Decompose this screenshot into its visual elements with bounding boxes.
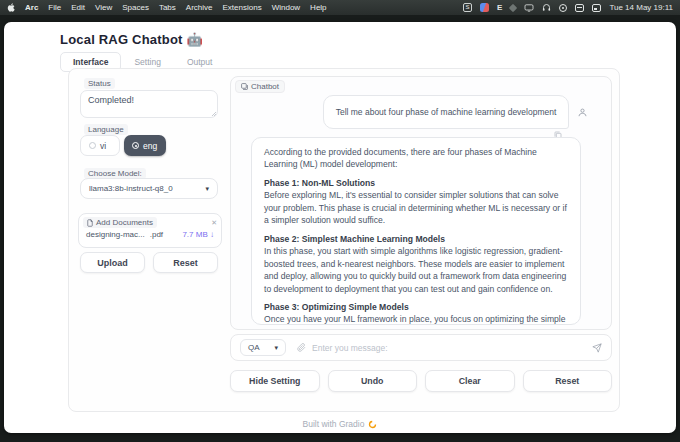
menu-item-view[interactable]: View <box>95 3 112 12</box>
chevron-down-icon: ▾ <box>274 344 278 352</box>
desktop-screen: Arc File Edit View Spaces Tabs Archive E… <box>0 0 680 442</box>
user-message-text: Tell me about four phase of machine lear… <box>336 107 557 117</box>
undo-button[interactable]: Undo <box>328 370 418 392</box>
menu-item-archive[interactable]: Archive <box>186 3 213 12</box>
bot-heading-3: Phase 3: Optimizing Simple Models <box>264 301 568 313</box>
menu-item-tabs[interactable]: Tabs <box>159 3 176 12</box>
radio-selected-icon <box>132 142 139 149</box>
message-input[interactable] <box>312 343 592 353</box>
apple-logo-icon[interactable] <box>7 3 15 12</box>
status-textbox[interactable]: Completed! <box>80 90 218 118</box>
uploaded-file-row: designing-mac... .pdf 7.7 MB ↓ <box>79 229 221 239</box>
headphones-icon[interactable] <box>542 3 551 12</box>
paperclip-icon[interactable] <box>297 343 306 352</box>
resize-handle[interactable] <box>211 111 216 116</box>
e-icon[interactable]: E <box>497 3 502 12</box>
mode-dropdown-value: QA <box>248 343 260 352</box>
language-option-eng-label: eng <box>143 141 157 151</box>
record-icon[interactable] <box>559 4 567 12</box>
clear-button[interactable]: Clear <box>425 370 515 392</box>
chat-action-buttons: Hide Setting Undo Clear Reset <box>230 370 612 392</box>
menu-bar-left: Arc File Edit View Spaces Tabs Archive E… <box>7 3 327 12</box>
model-dropdown[interactable]: llama3:8b-instruct-q8_0 ▾ <box>80 178 218 199</box>
add-documents-label: Add Documents <box>83 217 157 228</box>
file-icon <box>87 219 93 227</box>
bot-intro: According to the provided documents, the… <box>264 146 568 171</box>
browser-page: Local RAG Chatbot 🤖 Interface Setting Ou… <box>4 22 676 433</box>
menu-item-arc[interactable]: Arc <box>25 3 38 12</box>
page-title: Local RAG Chatbot 🤖 <box>60 32 203 47</box>
s-badge-icon[interactable]: S <box>463 3 472 12</box>
message-input-bar: QA ▾ <box>230 334 612 361</box>
bot-body-2: In this phase, you start with simple alg… <box>264 245 568 295</box>
gradio-footer-link[interactable]: Built with Gradio <box>4 419 676 429</box>
file-size-download-link[interactable]: 7.7 MB ↓ <box>182 230 214 239</box>
menu-item-file[interactable]: File <box>48 3 61 12</box>
chat-icon <box>241 83 248 90</box>
mode-dropdown[interactable]: QA ▾ <box>240 339 286 356</box>
bot-body-1: Before exploring ML, it's essential to c… <box>264 189 568 226</box>
drop-icon[interactable] <box>509 3 517 11</box>
menu-bar-status-area: S E Tue 14 May 19:11 <box>463 3 673 12</box>
chevron-down-icon: ▾ <box>205 185 209 193</box>
model-dropdown-value: llama3:8b-instruct-q8_0 <box>89 184 173 193</box>
macos-menu-bar: Arc File Edit View Spaces Tabs Archive E… <box>0 0 680 15</box>
reset-button[interactable]: Reset <box>523 370 613 392</box>
file-extension: .pdf <box>150 230 163 239</box>
status-value: Completed! <box>88 95 134 105</box>
hide-setting-button[interactable]: Hide Setting <box>230 370 320 392</box>
language-option-vi-label: vi <box>100 141 106 151</box>
language-option-eng[interactable]: eng <box>124 135 166 156</box>
bot-heading-1: Phase 1: Non-ML Solutions <box>264 177 568 189</box>
language-label: Language <box>84 124 128 135</box>
gradio-logo-icon <box>368 420 377 429</box>
user-avatar-icon <box>577 107 588 118</box>
footer-text: Built with Gradio <box>303 419 365 429</box>
chatbot-label: Chatbot <box>235 80 285 93</box>
stage-manager-icon[interactable] <box>592 4 601 12</box>
menu-item-help[interactable]: Help <box>310 3 326 12</box>
bot-heading-2: Phase 2: Simplest Machine Learning Model… <box>264 233 568 245</box>
menu-item-extensions[interactable]: Extensions <box>223 3 262 12</box>
menu-bar-clock[interactable]: Tue 14 May 19:11 <box>609 3 673 12</box>
documents-header: Add Documents ✕ <box>79 214 221 229</box>
status-label: Status <box>84 78 115 89</box>
user-message-bubble: Tell me about four phase of machine lear… <box>323 95 569 129</box>
chatbot-panel: Chatbot Tell me about four phase of mach… <box>230 76 612 330</box>
upload-button[interactable]: Upload <box>80 252 145 273</box>
close-icon[interactable]: ✕ <box>211 219 217 227</box>
menu-item-edit[interactable]: Edit <box>71 3 85 12</box>
display-icon[interactable] <box>524 4 534 12</box>
password-icon[interactable] <box>480 3 489 12</box>
documents-upload-box[interactable]: Add Documents ✕ designing-mac... .pdf 7.… <box>78 213 222 248</box>
file-name: designing-mac... <box>86 230 145 239</box>
calendar-icon[interactable] <box>575 4 584 12</box>
menu-item-window[interactable]: Window <box>272 3 300 12</box>
bot-body-3: Once you have your ML framework in place… <box>264 313 568 325</box>
language-option-vi[interactable]: vi <box>80 135 120 156</box>
menu-item-spaces[interactable]: Spaces <box>122 3 149 12</box>
radio-unselected-icon <box>89 142 96 149</box>
send-icon[interactable] <box>592 343 602 353</box>
reset-documents-button[interactable]: Reset <box>153 252 218 273</box>
bot-message-panel: According to the provided documents, the… <box>251 137 581 325</box>
